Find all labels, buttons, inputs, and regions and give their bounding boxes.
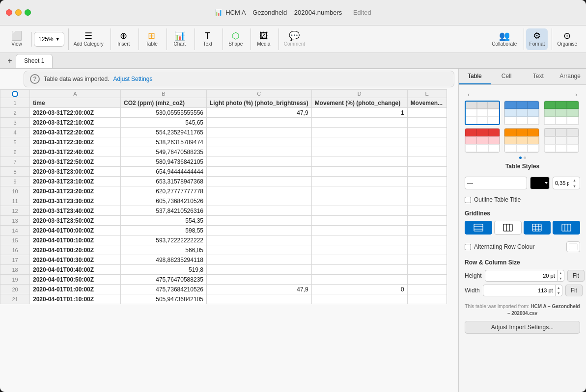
style-swatch-6[interactable] bbox=[544, 128, 579, 153]
view-button[interactable]: ⬜ View bbox=[6, 28, 28, 50]
style-swatch-4[interactable] bbox=[465, 128, 500, 153]
header-light[interactable]: Light photo (%) (photo_brightness) bbox=[207, 98, 312, 108]
gridlines-buttons-row bbox=[465, 221, 580, 235]
header-movement[interactable]: Movement (%) (photo_change) bbox=[311, 98, 407, 108]
gridlines-rows-all-button[interactable] bbox=[465, 221, 492, 235]
style-prev-button[interactable]: ‹ bbox=[465, 91, 473, 99]
width-input-wrap: ▲ ▼ bbox=[483, 285, 562, 296]
height-down[interactable]: ▼ bbox=[558, 276, 564, 281]
width-down[interactable]: ▼ bbox=[556, 290, 562, 296]
panel-tab-cell[interactable]: Cell bbox=[491, 69, 523, 84]
border-pt-up[interactable]: ▲ bbox=[571, 177, 578, 183]
style-swatch-3[interactable] bbox=[544, 101, 579, 125]
height-input-wrap: ▲ ▼ bbox=[485, 270, 564, 282]
border-style-select[interactable]: — bbox=[465, 177, 527, 189]
table-row: 11 2020-03-31T23:30:00Z 605,73684210526 bbox=[0, 196, 447, 206]
dot-1 bbox=[519, 157, 522, 159]
format-button[interactable]: ⚙ Format bbox=[526, 28, 548, 50]
table-row: 14 2020-04-01T00:00:00Z 598,55 bbox=[0, 226, 447, 235]
width-fit-button[interactable]: Fit bbox=[565, 285, 583, 296]
chart-button[interactable]: 📊 Chart bbox=[169, 28, 191, 50]
svg-rect-0 bbox=[474, 224, 483, 231]
table-row: 9 2020-03-31T23:10:00Z 653,31578947368 bbox=[0, 177, 447, 186]
gridlines-all-blue-button[interactable] bbox=[524, 221, 551, 235]
table-row: 8 2020-03-31T23:00:00Z 654,94444444444 bbox=[0, 167, 447, 177]
style-swatch-5[interactable] bbox=[504, 128, 539, 153]
header-time[interactable]: time bbox=[30, 98, 121, 108]
table-row: 17 2020-04-01T00:30:00Z 498,88235294118 bbox=[0, 255, 447, 265]
titlebar: 📊 HCM A – Gezondheid – 202004.numbers — … bbox=[0, 0, 586, 26]
maximize-button[interactable] bbox=[25, 9, 31, 16]
outline-checkbox[interactable] bbox=[465, 197, 471, 203]
table-row: 15 2020-04-01T00:10:00Z 593,72222222222 bbox=[0, 235, 447, 245]
dot-2 bbox=[524, 157, 526, 159]
right-toolbar: 👥 Collaborate ⚙ Format ⊙ Organise bbox=[487, 28, 582, 50]
add-category-button[interactable]: ☰ Add Category bbox=[71, 28, 107, 50]
table-row: 5 2020-03-31T22:30:00Z 538,26315789474 bbox=[0, 137, 447, 147]
height-fit-button[interactable]: Fit bbox=[567, 270, 585, 282]
add-sheet-button[interactable]: + bbox=[4, 55, 16, 67]
border-pt-down[interactable]: ▼ bbox=[571, 183, 578, 189]
text-button[interactable]: T Text bbox=[197, 28, 219, 50]
comment-button[interactable]: 💬 Comment bbox=[281, 28, 308, 50]
table-row: 19 2020-04-01T00:50:00Z 475,76470588235 bbox=[0, 275, 447, 285]
gridlines-cols-button[interactable] bbox=[494, 221, 522, 235]
media-button[interactable]: 🖼 Media bbox=[253, 28, 275, 50]
header-co2[interactable]: CO2 (ppm) (mhz_co2) bbox=[121, 98, 207, 108]
view-group: ⬜ View bbox=[4, 28, 29, 50]
window-title: 📊 HCM A – Gezondheid – 202004.numbers — … bbox=[215, 9, 371, 16]
insert-button[interactable]: ⊕ Insert bbox=[113, 28, 135, 50]
style-swatch-2[interactable] bbox=[504, 101, 539, 125]
gridlines-cols-blue-button[interactable] bbox=[553, 221, 580, 235]
width-label: Width bbox=[465, 287, 480, 294]
style-swatch-1[interactable] bbox=[465, 101, 500, 125]
media-icon: 🖼 bbox=[259, 31, 268, 40]
shape-button[interactable]: ⬡ Shape bbox=[225, 28, 247, 50]
collaborate-button[interactable]: 👥 Collaborate bbox=[489, 28, 520, 50]
adjust-settings-link[interactable]: Adjust Settings bbox=[113, 76, 152, 82]
border-pt-input[interactable] bbox=[553, 180, 571, 186]
width-input[interactable] bbox=[483, 287, 555, 293]
svg-rect-6 bbox=[532, 224, 541, 231]
table-container[interactable]: A B C D E 1 time CO2 (ppm) (mhz_co2) bbox=[0, 89, 458, 392]
panel-tab-table[interactable]: Table bbox=[459, 69, 491, 84]
info-bar: ? Table data was imported. Adjust Settin… bbox=[24, 71, 454, 87]
border-color-button[interactable] bbox=[530, 177, 550, 189]
view-icon: ⬜ bbox=[11, 31, 22, 40]
col-header-e: E bbox=[407, 90, 446, 98]
style-next-button[interactable]: › bbox=[572, 91, 580, 99]
table-row: 7 2020-03-31T22:50:00Z 580,94736842105 bbox=[0, 157, 447, 167]
border-section: — ▲ ▼ bbox=[465, 177, 580, 189]
adjust-import-button[interactable]: Adjust Import Settings... bbox=[465, 321, 580, 334]
spreadsheet-area: ? Table data was imported. Adjust Settin… bbox=[0, 69, 458, 392]
table-button[interactable]: ⊞ Table bbox=[141, 28, 163, 50]
info-icon: ? bbox=[30, 74, 40, 84]
width-up[interactable]: ▲ bbox=[556, 285, 562, 290]
height-input[interactable] bbox=[485, 273, 557, 279]
height-label: Height bbox=[465, 272, 482, 279]
width-row: Width ▲ ▼ Fit bbox=[465, 285, 580, 296]
close-button[interactable] bbox=[6, 9, 12, 16]
table-styles-section: ‹ › bbox=[465, 91, 580, 170]
col-header-a: A bbox=[30, 90, 121, 98]
height-up[interactable]: ▲ bbox=[558, 270, 564, 276]
corner-cell bbox=[0, 90, 30, 98]
table-row: 1 time CO2 (ppm) (mhz_co2) Light photo (… bbox=[0, 98, 447, 108]
header-movement2[interactable]: Movemen... bbox=[407, 98, 446, 108]
row-col-size-section: Row & Column Size Height ▲ ▼ Fit bbox=[465, 259, 580, 296]
select-all-button[interactable] bbox=[12, 91, 18, 97]
comment-group: 💬 Comment bbox=[279, 28, 310, 50]
panel-tab-text[interactable]: Text bbox=[523, 69, 555, 84]
sheet-tabs-bar: + Sheet 1 bbox=[0, 53, 586, 69]
gridlines-title: Gridlines bbox=[465, 210, 580, 217]
table-row: 16 2020-04-01T00:20:00Z 566,05 bbox=[0, 245, 447, 255]
panel-tab-arrange[interactable]: Arrange bbox=[554, 69, 586, 84]
style-page-indicator bbox=[465, 157, 580, 159]
alternating-row-checkbox[interactable] bbox=[465, 244, 471, 250]
zoom-button[interactable]: 125% ▼ bbox=[34, 32, 64, 47]
sheet-tab-1[interactable]: Sheet 1 bbox=[16, 54, 53, 68]
minimize-button[interactable] bbox=[15, 9, 22, 16]
alternating-color-picker[interactable] bbox=[566, 241, 580, 252]
col-header-b: B bbox=[121, 90, 207, 98]
organise-button[interactable]: ⊙ Organise bbox=[554, 28, 580, 50]
